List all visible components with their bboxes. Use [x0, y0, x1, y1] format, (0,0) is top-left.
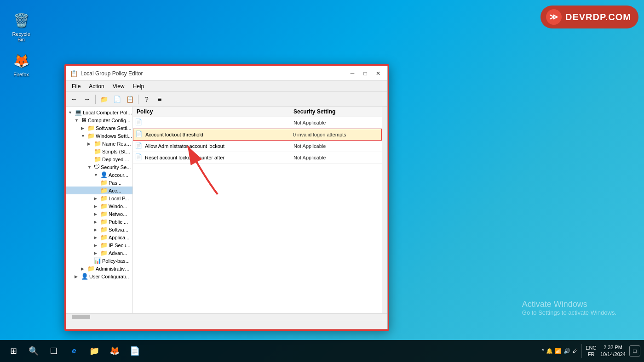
sidebar-label-windows-settings: Windows Setti...: [96, 133, 132, 139]
export-button[interactable]: 📋: [124, 93, 136, 105]
explorer-button[interactable]: 📁: [85, 341, 104, 361]
sidebar-tree: ▼ 💻 Local Computer Polic... ▼ 🖥 Computer…: [66, 107, 133, 313]
sidebar-item-network-list[interactable]: ▶ 📁 Netwo...: [66, 210, 132, 218]
sidebar-item-policy-based[interactable]: 📊 Policy-bas...: [66, 257, 132, 265]
sidebar-label-security: Security Se...: [101, 164, 131, 170]
sidebar-item-local-computer-policy[interactable]: ▼ 💻 Local Computer Polic...: [66, 108, 132, 116]
systray-network[interactable]: 📶: [555, 348, 562, 354]
back-button[interactable]: ←: [68, 93, 80, 105]
search-button[interactable]: 🔍: [24, 341, 43, 361]
lang-secondary: FR: [586, 351, 597, 357]
row-icon: 📄: [135, 153, 143, 162]
row-setting-allow-admin-lockout: Not Applicable: [290, 143, 382, 149]
toolbar-separator-1: [95, 95, 96, 104]
show-hide-tree-button[interactable]: 📁: [98, 93, 110, 105]
sidebar-label-account-lockout: Acc...: [109, 188, 121, 193]
help-button[interactable]: ?: [141, 93, 153, 105]
settings-button[interactable]: ≡: [154, 93, 166, 105]
taskbar-lang[interactable]: ENG FR: [586, 345, 597, 358]
maximize-button[interactable]: □: [360, 69, 371, 78]
forward-button[interactable]: →: [81, 93, 93, 105]
sidebar-item-public-key[interactable]: ▶ 📁 Public ...: [66, 218, 132, 226]
notepad-taskbar-button[interactable]: 📄: [125, 341, 144, 361]
firefox-icon[interactable]: 🦊 Firefox: [6, 50, 36, 79]
hscroll-thumb: [72, 315, 90, 319]
menu-file[interactable]: File: [68, 82, 84, 90]
clock-time: 2:32 PM: [600, 344, 626, 351]
clock-date: 10/14/2024: [600, 351, 626, 358]
sidebar-label-scripts: Scripts (Sta...: [102, 149, 132, 154]
sidebar-item-account-lockout[interactable]: 📁 Acc...: [66, 187, 132, 194]
sidebar-item-user-config[interactable]: ▶ 👤 User Configuratio...: [66, 272, 132, 280]
sidebar-label-public-key: Public ...: [109, 219, 128, 225]
sidebar-label-computer-config: Computer Config...: [88, 118, 130, 123]
lang-primary: ENG: [586, 345, 597, 351]
row-icon: 📄: [135, 142, 143, 150]
taskbar-clock[interactable]: 2:32 PM 10/14/2024: [600, 344, 626, 358]
table-row-allow-admin-lockout[interactable]: 📄 Allow Administrator account lockout No…: [133, 141, 382, 152]
sidebar-item-ip-security[interactable]: ▶ 📁 IP Secu...: [66, 241, 132, 249]
table-header: Policy Security Setting: [133, 107, 382, 117]
row-label-account-lockout: Account lockout threshold: [145, 132, 289, 137]
sidebar-item-security[interactable]: ▼ 🛡 Security Se...: [66, 163, 132, 171]
systray-volume[interactable]: 🔊: [564, 348, 570, 354]
activate-windows-subtitle: Go to Settings to activate Windows.: [522, 309, 616, 316]
sidebar-item-software-restriction[interactable]: ▶ 📁 Softwa...: [66, 226, 132, 233]
sidebar-label-local-computer-policy: Local Computer Polic...: [83, 110, 132, 115]
taskbar: ⊞ 🔍 ❑ e 📁 🦊 📄 ^ 🔔 📶 🔊 🖊 ENG FR 2:32 PM 1…: [0, 340, 644, 362]
sidebar-label-application-control: Applica...: [109, 235, 129, 240]
sidebar-item-account-policies[interactable]: ▼ 👤 Accour...: [66, 171, 132, 179]
sidebar-item-deployed[interactable]: 📁 Deployed ...: [66, 155, 132, 163]
notification-button[interactable]: □: [629, 345, 640, 356]
row-label-reset-lockout: Reset account lockout counter after: [145, 155, 290, 160]
title-bar: 📋 Local Group Policy Editor ─ □ ✕: [66, 66, 387, 81]
sidebar-item-computer-config[interactable]: ▼ 🖥 Computer Config...: [66, 116, 132, 124]
sidebar-item-name-resolution[interactable]: ▶ 📁 Name Reso...: [66, 140, 132, 147]
sidebar-label-password-policy: Pas...: [109, 180, 121, 186]
sidebar-item-software-settings[interactable]: ▶ 📁 Software Setti...: [66, 124, 132, 132]
sidebar-item-windows-settings[interactable]: ▼ 📁 Windows Setti...: [66, 132, 132, 140]
window-title: Local Group Policy Editor: [80, 70, 143, 77]
table-row-reset-lockout[interactable]: 📄 Reset account lockout counter after No…: [133, 152, 382, 164]
recycle-bin-icon[interactable]: 🗑️ Recycle Bin: [6, 9, 36, 44]
sidebar-label-advanced-audit: Advan...: [109, 250, 127, 256]
sidebar-label-network-list: Netwo...: [109, 211, 127, 217]
ie-button[interactable]: e: [64, 341, 84, 361]
sidebar-label-local-policies: Local P...: [109, 196, 129, 201]
column-setting: Security Setting: [290, 108, 382, 115]
menu-bar: File Action View Help: [66, 81, 387, 92]
systray-expand[interactable]: ^: [541, 348, 544, 354]
activate-windows-watermark: Activate Windows Go to Settings to activ…: [522, 300, 616, 316]
sidebar-item-administrative[interactable]: ▶ 📁 Administrative ...: [66, 265, 132, 272]
status-bar: [66, 320, 387, 329]
toggle-icon: ▼: [87, 165, 94, 170]
systray-pen[interactable]: 🖊: [572, 348, 578, 354]
minimize-button[interactable]: ─: [347, 69, 358, 78]
window-icon: 📋: [70, 70, 78, 77]
sidebar-item-local-policies[interactable]: ▶ 📁 Local P...: [66, 194, 132, 202]
table-row[interactable]: 📄 Not Applicable: [133, 117, 382, 129]
scrollbar-track[interactable]: [382, 107, 387, 313]
horizontal-scrollbar[interactable]: [66, 313, 387, 320]
sidebar-item-scripts[interactable]: 📁 Scripts (Sta...: [66, 147, 132, 155]
systray-notifications[interactable]: 🔔: [546, 348, 553, 354]
firefox-label: Firefox: [13, 72, 29, 77]
sidebar-item-windows-fw[interactable]: ▶ 📁 Windo...: [66, 202, 132, 210]
column-policy: Policy: [133, 108, 290, 115]
gpedit-window: 📋 Local Group Policy Editor ─ □ ✕ File A…: [66, 66, 388, 329]
row-setting-reset-lockout: Not Applicable: [290, 155, 382, 160]
table-row-account-lockout[interactable]: 📄 Account lockout threshold 0 invalid lo…: [133, 129, 382, 141]
menu-view[interactable]: View: [109, 82, 128, 90]
start-button[interactable]: ⊞: [4, 341, 23, 361]
devrdp-logo-icon: ≫: [546, 9, 562, 25]
sidebar-item-advanced-audit[interactable]: ▶ 📁 Advan...: [66, 249, 132, 257]
firefox-taskbar-button[interactable]: 🦊: [105, 341, 124, 361]
task-view-button[interactable]: ❑: [44, 341, 63, 361]
sidebar-label-ip-security: IP Secu...: [109, 243, 131, 248]
close-button[interactable]: ✕: [373, 69, 384, 78]
sidebar-item-password-policy[interactable]: 📁 Pas...: [66, 179, 132, 187]
menu-help[interactable]: Help: [129, 82, 148, 90]
menu-action[interactable]: Action: [85, 82, 108, 90]
sidebar-item-application-control[interactable]: ▶ 📁 Applica...: [66, 233, 132, 241]
properties-button[interactable]: 📄: [111, 93, 123, 105]
